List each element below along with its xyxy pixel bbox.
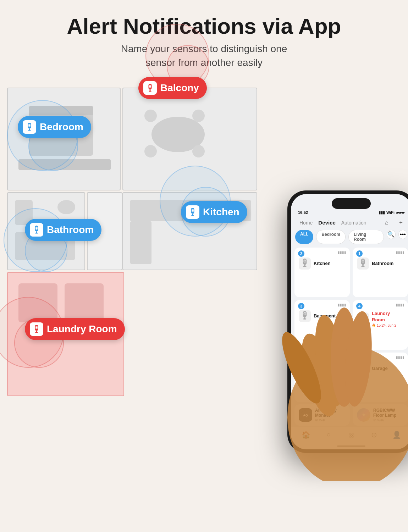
svg-point-27 (304, 260, 305, 262)
dynamic-island (332, 198, 371, 209)
kitchen-sensor-icon (186, 205, 199, 219)
main-scene: Bedroom Balcony (0, 77, 408, 524)
badge-laundry: Laundry Room (25, 318, 125, 340)
svg-point-22 (36, 327, 38, 328)
svg-point-12 (192, 210, 194, 211)
main-subtitle: Name your sensors to distinguish onesens… (7, 42, 401, 70)
chip-all[interactable]: ALL (295, 230, 313, 244)
nav-action-icons: ⌂ ＋ (382, 218, 406, 228)
bedroom-sensor-icon (23, 120, 36, 134)
balcony-sensor-icon (143, 81, 157, 95)
device-name-bathroom: Bathroom (372, 261, 393, 266)
time-display: 16:52 (298, 210, 308, 215)
svg-rect-19 (35, 233, 38, 233)
svg-point-7 (149, 85, 151, 87)
balcony-label: Balcony (160, 82, 199, 94)
tab-automation[interactable]: Automation (338, 218, 369, 227)
battery-kitchen: ▮▮▮▮ (338, 250, 346, 254)
kitchen-label: Kitchen (203, 206, 239, 218)
settings-icon[interactable]: ⌂ (382, 218, 392, 228)
room-living (122, 88, 257, 190)
svg-point-32 (362, 260, 364, 262)
page-header: Alert Notifications via App Name your se… (0, 0, 408, 77)
laundry-sensor-icon (30, 322, 43, 336)
filter-chips: ALL Bedroom Living Room 🔍 ••• (291, 230, 408, 248)
svg-rect-29 (303, 266, 307, 267)
device-num-2: 2 (298, 250, 304, 257)
svg-rect-9 (149, 91, 151, 92)
chip-living-room[interactable]: Living Room (348, 230, 384, 244)
status-bar: 16:52 ▮▮▮ WiFi ▰▰▰ (291, 209, 408, 216)
svg-rect-34 (362, 266, 365, 267)
badge-kitchen: Kitchen (181, 201, 247, 223)
room-bedroom (7, 88, 121, 190)
sensor-icon-bathroom (357, 257, 369, 270)
tab-home[interactable]: Home (297, 218, 315, 227)
chip-bedroom[interactable]: Bedroom (316, 230, 346, 244)
add-icon[interactable]: ＋ (396, 218, 406, 228)
status-icons: ▮▮▮ WiFi ▰▰▰ (379, 210, 404, 215)
hand-holding-phone (266, 268, 408, 481)
svg-point-17 (36, 227, 38, 229)
chip-search-icon[interactable]: 🔍 (387, 230, 396, 239)
main-title: Alert Notifications via App (7, 14, 401, 38)
bedroom-label: Bedroom (40, 121, 83, 133)
bathroom-label: Bathroom (47, 224, 94, 235)
phone-mockup: 16:52 ▮▮▮ WiFi ▰▰▰ Home Device Automatio… (287, 190, 408, 453)
device-name-kitchen: Kitchen (314, 261, 331, 266)
tab-device[interactable]: Device (315, 218, 338, 227)
battery-icon: ▰▰▰ (396, 210, 404, 215)
svg-point-2 (29, 124, 31, 126)
app-nav-tabs: Home Device Automation ⌂ ＋ (291, 216, 408, 230)
sensor-icon-kitchen (299, 257, 311, 270)
battery-bathroom: ▮▮▮▮ (396, 250, 404, 254)
chip-more-icon[interactable]: ••• (398, 230, 407, 239)
device-num-1: 1 (356, 250, 363, 257)
svg-rect-14 (191, 215, 194, 216)
svg-rect-24 (35, 332, 38, 333)
bathroom-sensor-icon (30, 223, 43, 237)
laundry-label: Laundry Room (47, 323, 117, 335)
badge-balcony: Balcony (138, 77, 207, 99)
badge-bedroom: Bedroom (18, 116, 91, 138)
wifi-icon: WiFi (386, 210, 395, 215)
floorplan: Bedroom Balcony (7, 88, 266, 460)
badge-bathroom: Bathroom (25, 219, 101, 241)
svg-rect-4 (28, 130, 31, 131)
signal-icon: ▮▮▮ (379, 210, 385, 215)
